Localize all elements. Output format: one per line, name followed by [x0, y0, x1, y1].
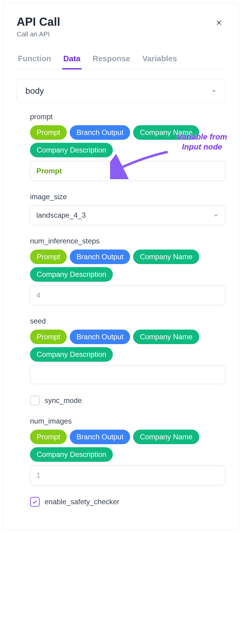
field-num-inference-steps: num_inference_steps Prompt Branch Output… [30, 237, 225, 305]
sync-mode-checkbox[interactable] [30, 396, 40, 405]
variable-pills: Prompt Branch Output Company Name Compan… [30, 330, 225, 362]
tab-function[interactable]: Function [17, 50, 52, 69]
pill-company-description[interactable]: Company Description [30, 267, 113, 282]
checkbox-label: sync_mode [45, 396, 82, 405]
variable-pills: Prompt Branch Output Company Name Compan… [30, 430, 225, 462]
field-image-size: image_size landscape_4_3 [30, 193, 225, 225]
field-label: prompt [30, 112, 225, 121]
header: API Call Call an API [17, 15, 225, 38]
chevron-down-icon [213, 212, 219, 218]
close-button[interactable] [213, 15, 225, 31]
pill-branch-output[interactable]: Branch Output [70, 250, 130, 264]
enable-safety-checker-checkbox[interactable] [30, 497, 40, 507]
tab-variables[interactable]: Variables [141, 50, 178, 69]
pill-branch-output[interactable]: Branch Output [70, 430, 130, 444]
variable-pills: Prompt Branch Output Company Name Compan… [30, 250, 225, 282]
field-label: num_inference_steps [30, 237, 225, 245]
panel-subtitle: Call an API [17, 30, 60, 38]
pill-company-description[interactable]: Company Description [30, 347, 113, 362]
num-inference-steps-input[interactable]: 4 [30, 285, 225, 305]
check-icon [32, 499, 38, 505]
variable-pills: Prompt Branch Output Company Name Compan… [30, 125, 225, 157]
pill-prompt[interactable]: Prompt [30, 250, 67, 264]
tab-data[interactable]: Data [62, 50, 82, 69]
field-prompt: prompt Prompt Branch Output Company Name… [30, 112, 225, 181]
close-icon [215, 19, 223, 27]
pill-company-description[interactable]: Company Description [30, 143, 113, 157]
pill-prompt[interactable]: Prompt [30, 330, 67, 344]
field-label: seed [30, 317, 225, 325]
pill-company-name[interactable]: Company Name [133, 430, 199, 444]
field-label: num_images [30, 417, 225, 425]
pill-company-name[interactable]: Company Name [133, 125, 199, 140]
seed-input[interactable] [30, 365, 225, 384]
tabs: Function Data Response Variables [17, 50, 225, 69]
tab-response[interactable]: Response [91, 50, 131, 69]
select-value: landscape_4_3 [36, 211, 86, 220]
pill-prompt[interactable]: Prompt [30, 125, 67, 140]
checkbox-label: enable_safety_checker [45, 498, 119, 506]
field-enable-safety-checker: enable_safety_checker [30, 497, 225, 507]
chevron-up-icon [211, 88, 217, 94]
pill-company-name[interactable]: Company Name [133, 330, 199, 344]
pill-company-description[interactable]: Company Description [30, 447, 113, 462]
field-num-images: num_images Prompt Branch Output Company … [30, 417, 225, 485]
num-images-input[interactable]: 1 [30, 465, 225, 485]
panel-title: API Call [17, 15, 60, 29]
pill-branch-output[interactable]: Branch Output [70, 330, 130, 344]
prompt-input[interactable]: Prompt [30, 161, 225, 181]
image-size-select[interactable]: landscape_4_3 [30, 205, 225, 225]
section-title: body [25, 86, 44, 96]
pill-prompt[interactable]: Prompt [30, 430, 67, 444]
pill-branch-output[interactable]: Branch Output [70, 125, 130, 140]
field-sync-mode: sync_mode [30, 396, 225, 405]
field-label: image_size [30, 193, 225, 201]
field-seed: seed Prompt Branch Output Company Name C… [30, 317, 225, 384]
body-section-header[interactable]: body [17, 79, 225, 103]
pill-company-name[interactable]: Company Name [133, 250, 199, 264]
api-call-panel: API Call Call an API Function Data Respo… [3, 3, 239, 531]
fields-container: prompt Prompt Branch Output Company Name… [17, 112, 225, 507]
